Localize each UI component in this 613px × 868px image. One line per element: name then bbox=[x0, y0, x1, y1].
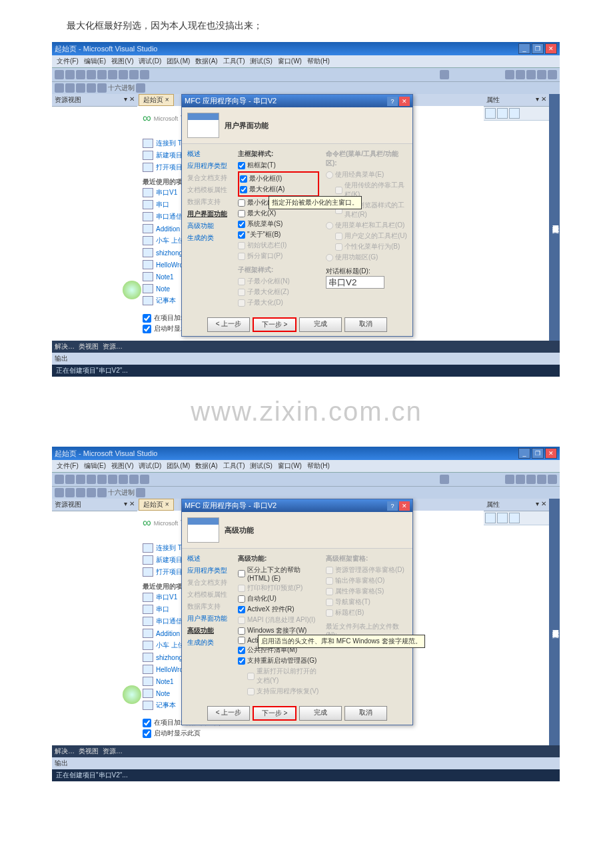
next-button[interactable]: 下一步 > bbox=[253, 706, 297, 721]
chk-help[interactable]: 区分上下文的帮助(HTML) (E) bbox=[238, 565, 319, 583]
tool-icon[interactable] bbox=[97, 83, 107, 93]
chk-sysmenu[interactable]: 系统菜单(S) bbox=[238, 219, 319, 229]
menu-test[interactable]: 测试(S) bbox=[248, 461, 274, 471]
tab-resource[interactable]: 资源… bbox=[103, 747, 123, 756]
restore-button[interactable]: ❐ bbox=[532, 448, 544, 459]
tool-icon[interactable] bbox=[55, 70, 64, 79]
menu-tools[interactable]: 工具(T) bbox=[221, 461, 247, 471]
tool-icon[interactable] bbox=[55, 83, 64, 93]
menu-window[interactable]: 窗口(W) bbox=[276, 57, 304, 66]
help-button[interactable]: ? bbox=[387, 97, 398, 106]
panel-controls[interactable]: ▾ ✕ bbox=[124, 500, 135, 509]
prev-button[interactable]: < 上一步 bbox=[207, 317, 250, 332]
chk-thickframe[interactable]: 粗框架(T) bbox=[238, 160, 319, 171]
chk-about[interactable]: "关于"框(B) bbox=[238, 229, 319, 240]
tool-icon[interactable] bbox=[87, 83, 96, 93]
nav-generated[interactable]: 生成的类 bbox=[187, 638, 233, 647]
tool-icon[interactable] bbox=[505, 475, 514, 484]
menu-view[interactable]: 视图(V) bbox=[109, 57, 135, 66]
menu-edit[interactable]: 编辑(E) bbox=[82, 461, 108, 471]
minimize-button[interactable]: _ bbox=[518, 448, 530, 459]
tool-icon[interactable] bbox=[65, 475, 75, 484]
panel-controls[interactable]: ▾ ✕ bbox=[124, 95, 135, 105]
tab-solution[interactable]: 解决… bbox=[55, 342, 75, 351]
tool-icon[interactable] bbox=[140, 70, 149, 79]
menu-window[interactable]: 窗口(W) bbox=[276, 461, 304, 471]
prop-icon[interactable] bbox=[485, 513, 496, 523]
menu-view[interactable]: 视图(V) bbox=[109, 461, 135, 471]
tool-icon[interactable] bbox=[140, 475, 149, 484]
menu-team[interactable]: 团队(M) bbox=[165, 57, 192, 66]
tool-icon[interactable] bbox=[440, 70, 449, 79]
menu-file[interactable]: 文件(F) bbox=[55, 57, 81, 66]
panel-controls[interactable]: ▾ ✕ bbox=[536, 95, 546, 105]
menu-file[interactable]: 文件(F) bbox=[55, 461, 81, 471]
tool-icon[interactable] bbox=[97, 70, 107, 79]
tool-icon[interactable] bbox=[108, 70, 117, 79]
minimize-button[interactable]: _ bbox=[518, 43, 530, 54]
menubar[interactable]: 文件(F) 编辑(E) 视图(V) 调试(D) 团队(M) 数据(A) 工具(T… bbox=[52, 55, 560, 67]
nav-apptype[interactable]: 应用程序类型 bbox=[187, 161, 233, 171]
prop-icon[interactable] bbox=[509, 108, 520, 119]
tool-icon[interactable] bbox=[55, 488, 64, 497]
tool-icon[interactable] bbox=[65, 70, 75, 79]
tool-icon[interactable] bbox=[108, 475, 117, 484]
finish-button[interactable]: 完成 bbox=[299, 317, 342, 332]
nav-ui-features[interactable]: 用户界面功能 bbox=[187, 209, 233, 219]
startpage-tab[interactable]: 起始页 × bbox=[139, 94, 174, 106]
cb-show-on-start[interactable]: 启动时显示此页 bbox=[143, 729, 478, 738]
collapsed-panels[interactable]: 服务器资源管理器 工具箱 bbox=[549, 499, 560, 745]
nav-generated[interactable]: 生成的类 bbox=[187, 233, 233, 243]
tool-icon[interactable] bbox=[537, 475, 546, 484]
tab-classview[interactable]: 类视图 bbox=[79, 747, 99, 756]
menu-debug[interactable]: 调试(D) bbox=[137, 461, 163, 471]
tab-solution[interactable]: 解决… bbox=[55, 747, 75, 756]
prev-button[interactable]: < 上一步 bbox=[207, 706, 250, 721]
tool-icon[interactable] bbox=[129, 475, 139, 484]
tool-icon[interactable] bbox=[136, 488, 145, 497]
dialog-close-button[interactable]: ✕ bbox=[399, 501, 410, 511]
menu-team[interactable]: 团队(M) bbox=[165, 461, 192, 471]
tab-classview[interactable]: 类视图 bbox=[79, 342, 99, 351]
finish-button[interactable]: 完成 bbox=[299, 706, 342, 721]
tool-icon[interactable] bbox=[548, 70, 557, 79]
nav-overview[interactable]: 概述 bbox=[187, 149, 233, 159]
menu-tools[interactable]: 工具(T) bbox=[221, 57, 247, 66]
output-panel-header[interactable]: 输出 bbox=[52, 757, 560, 769]
prop-icon[interactable] bbox=[509, 513, 520, 523]
menu-test[interactable]: 测试(S) bbox=[248, 57, 274, 66]
tool-icon[interactable] bbox=[129, 70, 139, 79]
tool-icon[interactable] bbox=[87, 488, 96, 497]
tool-icon[interactable] bbox=[65, 488, 75, 497]
chk-minimize[interactable]: 最小化(M) 指定开始被最小化的主窗口。 bbox=[238, 197, 319, 208]
tool-icon[interactable] bbox=[526, 475, 536, 484]
menubar[interactable]: 文件(F) 编辑(E) 视图(V) 调试(D) 团队(M) 数据(A) 工具(T… bbox=[52, 460, 560, 472]
tool-icon[interactable] bbox=[76, 70, 85, 79]
tool-icon[interactable] bbox=[516, 475, 525, 484]
prop-icon[interactable] bbox=[497, 513, 508, 523]
tool-icon[interactable] bbox=[136, 83, 145, 93]
tool-icon[interactable] bbox=[97, 488, 107, 497]
cancel-button[interactable]: 取消 bbox=[344, 706, 387, 721]
nav-advanced[interactable]: 高级功能 bbox=[187, 626, 233, 635]
tool-icon[interactable] bbox=[55, 475, 64, 484]
menu-data[interactable]: 数据(A) bbox=[193, 57, 219, 66]
chk-maxbox[interactable]: 最大化框(A) bbox=[240, 184, 317, 195]
menu-data[interactable]: 数据(A) bbox=[193, 461, 219, 471]
menu-help[interactable]: 帮助(H) bbox=[305, 461, 332, 471]
chk-restart-mgr[interactable]: 支持重新启动管理器(G) bbox=[238, 655, 319, 666]
nav-advanced[interactable]: 高级功能 bbox=[187, 221, 233, 231]
tool-icon[interactable] bbox=[76, 475, 85, 484]
chk-maximize[interactable]: 最大化(X) bbox=[238, 208, 319, 219]
tool-icon[interactable] bbox=[526, 70, 536, 79]
tool-icon[interactable] bbox=[65, 83, 75, 93]
tool-icon[interactable] bbox=[76, 488, 85, 497]
startpage-tab[interactable]: 起始页 × bbox=[139, 499, 174, 511]
tool-icon[interactable] bbox=[119, 70, 128, 79]
close-button[interactable]: ✕ bbox=[545, 43, 557, 54]
chk-automation[interactable]: 自动化(U) bbox=[238, 593, 319, 604]
tab-resource[interactable]: 资源… bbox=[103, 342, 123, 351]
tool-icon[interactable] bbox=[87, 475, 96, 484]
tool-icon[interactable] bbox=[516, 70, 525, 79]
collapsed-panels[interactable]: 服务器资源管理器 工具箱 bbox=[549, 94, 560, 341]
